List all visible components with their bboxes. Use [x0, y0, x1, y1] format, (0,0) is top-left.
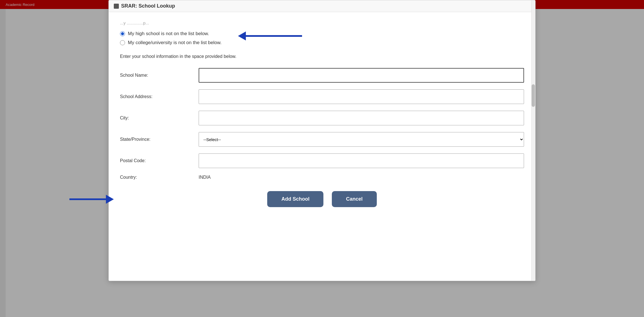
radio-high-school[interactable]: [120, 31, 125, 36]
radio-item-college[interactable]: My college/university is not on the list…: [120, 40, 524, 46]
school-name-label: School Name:: [120, 73, 199, 78]
arrow-right-head: [106, 195, 114, 204]
postal-code-row: Postal Code:: [120, 153, 524, 168]
school-name-input[interactable]: [199, 68, 524, 83]
radio-college-label: My college/university is not on the list…: [128, 40, 222, 46]
radio-item-high-school[interactable]: My high school is not on the list below.: [120, 31, 524, 37]
state-province-select[interactable]: --Select--: [199, 132, 524, 147]
annotation-arrow-left: [238, 31, 302, 40]
city-label: City:: [120, 116, 199, 121]
cancel-button[interactable]: Cancel: [332, 191, 377, 207]
city-input[interactable]: [199, 111, 524, 125]
add-school-button[interactable]: Add School: [267, 191, 323, 207]
state-province-label: State/Province:: [120, 137, 199, 142]
arrow-right-line: [69, 198, 106, 200]
arrow-left-head: [238, 31, 246, 40]
school-address-row: School Address:: [120, 89, 524, 104]
school-address-input[interactable]: [199, 89, 524, 104]
radio-college[interactable]: [120, 40, 125, 45]
top-hint-text: ...y ..............p...: [120, 21, 524, 25]
instruction-text: Enter your school information in the spa…: [120, 54, 524, 59]
school-address-label: School Address:: [120, 94, 199, 99]
modal-body: ...y ..............p... My high school i…: [109, 12, 535, 218]
scrollbar-track[interactable]: [531, 0, 535, 281]
modal-overlay: SRAR: School Lookup ...y ..............p…: [0, 0, 644, 317]
school-name-row: School Name:: [120, 68, 524, 83]
radio-group: My high school is not on the list below.…: [120, 31, 524, 46]
country-row: Country: INDIA: [120, 175, 524, 180]
scrollbar-thumb[interactable]: [532, 84, 535, 107]
school-lookup-modal: SRAR: School Lookup ...y ..............p…: [108, 0, 536, 281]
postal-code-label: Postal Code:: [120, 158, 199, 163]
postal-code-input[interactable]: [199, 153, 524, 168]
state-province-row: State/Province: --Select--: [120, 132, 524, 147]
arrow-left-line: [246, 35, 302, 37]
modal-title: SRAR: School Lookup: [121, 3, 175, 9]
country-value: INDIA: [199, 175, 524, 180]
buttons-row: Add School Cancel: [120, 191, 524, 207]
country-label: Country:: [120, 175, 199, 180]
city-row: City:: [120, 111, 524, 125]
radio-high-school-label: My high school is not on the list below.: [128, 31, 209, 37]
modal-icon: [114, 4, 119, 9]
modal-title-bar: SRAR: School Lookup: [109, 0, 535, 12]
annotation-arrow-right: [69, 195, 114, 204]
